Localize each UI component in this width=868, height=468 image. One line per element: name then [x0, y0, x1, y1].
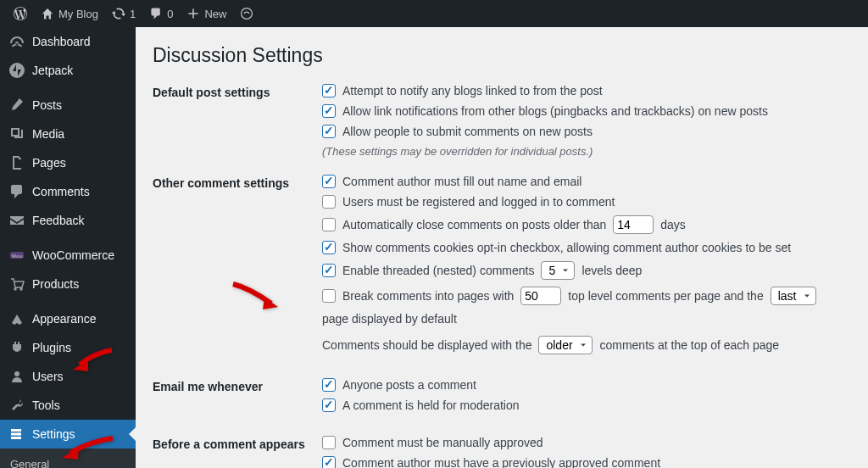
- seo-link[interactable]: [233, 7, 260, 20]
- svg-point-1: [9, 63, 25, 78]
- svg-point-10: [13, 437, 16, 440]
- input-per-page[interactable]: [520, 287, 561, 305]
- section-label: Other comment settings: [153, 175, 322, 190]
- sidebar-item-posts[interactable]: Posts: [0, 90, 136, 120]
- svg-point-4: [14, 371, 19, 376]
- section-label: Default post settings: [153, 84, 322, 99]
- sidebar-item-jetpack[interactable]: Jetpack: [0, 56, 136, 85]
- sidebar-item-label: WooCommerce: [32, 248, 114, 262]
- sidebar-item-label: Plugins: [32, 341, 71, 354]
- label-registered: Users must be registered and logged in t…: [342, 195, 615, 209]
- checkbox-notify-linked[interactable]: [322, 84, 336, 98]
- sidebar-item-tools[interactable]: Tools: [0, 391, 136, 420]
- checkbox-threaded[interactable]: [322, 264, 336, 277]
- select-default-page[interactable]: last: [771, 287, 816, 305]
- sidebar-item-label: Users: [32, 370, 64, 383]
- label-allow-pingbacks: Allow link notifications from other blog…: [342, 104, 768, 118]
- label-email-moderation: A comment is held for moderation: [342, 398, 520, 412]
- checkbox-allow-pingbacks[interactable]: [322, 104, 336, 118]
- checkbox-paginate[interactable]: [322, 289, 336, 303]
- sidebar-item-label: Pages: [32, 156, 66, 170]
- sidebar-item-label: Products: [32, 277, 79, 291]
- checkbox-cookies-optin[interactable]: [322, 241, 336, 254]
- label-name-email: Comment author must fill out name and em…: [342, 175, 581, 188]
- sidebar-item-products[interactable]: Products: [0, 270, 136, 298]
- svg-rect-7: [11, 437, 21, 439]
- sidebar-item-label: Posts: [32, 98, 62, 112]
- label-order-post: comments at the top of each page: [599, 338, 779, 352]
- sidebar-item-settings[interactable]: Settings: [0, 420, 136, 448]
- sidebar-item-label: Appearance: [32, 312, 97, 326]
- label-allow-comments: Allow people to submit comments on new p…: [342, 125, 593, 138]
- label-paginate-pre: Break comments into pages with: [342, 289, 514, 303]
- sidebar-item-media[interactable]: Media: [0, 120, 136, 148]
- label-autoclose-post: days: [660, 218, 686, 231]
- label-cookies-optin: Show comments cookies opt-in checkbox, a…: [342, 241, 791, 254]
- section-label: Email me whenever: [153, 378, 322, 393]
- sidebar-item-users[interactable]: Users: [0, 362, 136, 391]
- checkbox-autoclose[interactable]: [322, 218, 336, 231]
- checkbox-prev-approved[interactable]: [322, 456, 336, 468]
- checkbox-registered[interactable]: [322, 195, 336, 209]
- sidebar-item-label: Settings: [32, 427, 75, 441]
- label-notify-linked: Attempt to notify any blogs linked to fr…: [342, 84, 603, 98]
- sidebar-item-label: Jetpack: [32, 64, 73, 77]
- svg-point-9: [17, 432, 20, 436]
- sidebar-item-label: Tools: [32, 398, 60, 412]
- page-title: Discussion Settings: [153, 44, 851, 67]
- admin-toolbar: My Blog 1 0 New: [0, 0, 868, 27]
- sidebar-item-feedback[interactable]: Feedback: [0, 206, 136, 235]
- main-content: Discussion Settings Default post setting…: [136, 27, 868, 468]
- label-paginate-post: page displayed by default: [322, 312, 457, 326]
- checkbox-manual-approve[interactable]: [322, 436, 336, 449]
- select-thread-depth[interactable]: 5: [541, 261, 575, 280]
- label-paginate-mid: top level comments per page and the: [568, 289, 763, 303]
- svg-point-0: [242, 8, 253, 20]
- admin-sidebar: Dashboard Jetpack Posts Media Pages Comm…: [0, 27, 136, 468]
- default-note: (These settings may be overridden for in…: [322, 145, 851, 158]
- sidebar-sub-settings: General Writing Reading Discussion: [0, 448, 136, 468]
- updates-link[interactable]: 1: [105, 7, 142, 20]
- svg-point-8: [12, 429, 15, 432]
- sidebar-item-plugins[interactable]: Plugins: [0, 333, 136, 362]
- label-email-post: Anyone posts a comment: [342, 378, 476, 392]
- section-default-post: Default post settings Attempt to notify …: [153, 84, 851, 158]
- new-content-link[interactable]: New: [180, 7, 233, 20]
- checkbox-name-email[interactable]: [322, 175, 336, 188]
- section-other-comments: Other comment settings Comment author mu…: [153, 175, 851, 361]
- sidebar-item-dashboard[interactable]: Dashboard: [0, 27, 136, 56]
- label-manual-approve: Comment must be manually approved: [342, 436, 543, 449]
- label-prev-approved: Comment author must have a previously ap…: [342, 456, 660, 468]
- checkbox-email-post[interactable]: [322, 378, 336, 392]
- comments-link[interactable]: 0: [142, 7, 180, 20]
- sidebar-item-appearance[interactable]: Appearance: [0, 304, 136, 333]
- input-autoclose-days[interactable]: [613, 215, 654, 234]
- section-email: Email me whenever Anyone posts a comment…: [153, 378, 851, 419]
- sidebar-item-pages[interactable]: Pages: [0, 148, 136, 177]
- svg-text:Woo: Woo: [12, 254, 23, 259]
- sidebar-item-label: Feedback: [32, 214, 84, 227]
- sidebar-item-woocommerce[interactable]: Woo WooCommerce: [0, 240, 136, 270]
- sidebar-item-label: Comments: [32, 185, 90, 198]
- site-name-link[interactable]: My Blog: [34, 7, 105, 20]
- site-name-label: My Blog: [58, 8, 98, 20]
- checkbox-email-moderation[interactable]: [322, 398, 336, 412]
- sidebar-item-comments[interactable]: Comments: [0, 177, 136, 206]
- new-label: New: [204, 8, 226, 20]
- select-comment-order[interactable]: older: [538, 336, 593, 354]
- label-threaded-pre: Enable threaded (nested) comments: [342, 264, 534, 277]
- section-label: Before a comment appears: [153, 436, 322, 451]
- wp-logo[interactable]: [7, 7, 34, 20]
- sidebar-item-label: Media: [32, 127, 64, 141]
- section-before: Before a comment appears Comment must be…: [153, 436, 851, 468]
- sidebar-sub-general[interactable]: General: [0, 454, 136, 468]
- label-order-pre: Comments should be displayed with the: [322, 338, 531, 352]
- updates-count: 1: [130, 8, 136, 20]
- label-threaded-post: levels deep: [581, 264, 642, 277]
- sidebar-item-label: Dashboard: [32, 35, 91, 48]
- comments-count: 0: [167, 8, 173, 20]
- checkbox-allow-comments[interactable]: [322, 125, 336, 138]
- label-autoclose-pre: Automatically close comments on posts ol…: [342, 218, 606, 231]
